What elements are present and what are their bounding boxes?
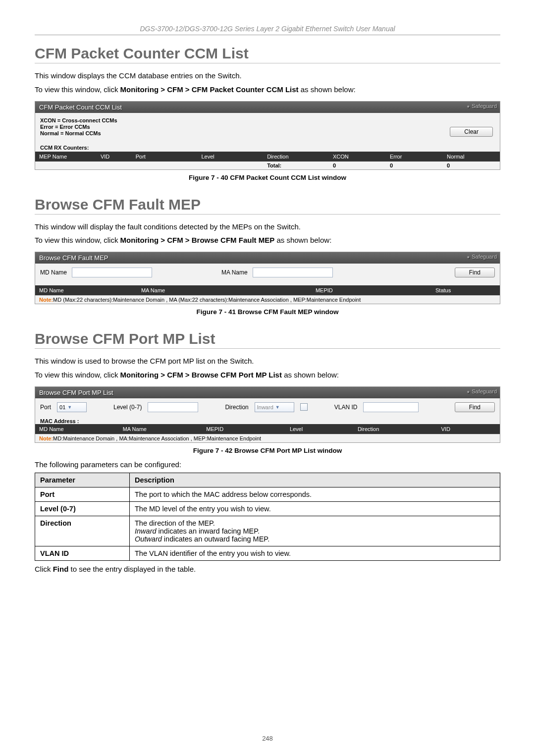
page-number: 248 (0, 735, 535, 742)
s2-intro2-bold: Monitoring > CFM > Browse CFM Fault MEP (120, 236, 275, 244)
panel-title-text: CFM Packet Count CCM List (39, 104, 122, 111)
chevron-down-icon: ▼ (275, 405, 280, 410)
panel-title-fault: Browse CFM Fault MEP Safeguard (35, 252, 500, 264)
col-level-3: Level (286, 425, 354, 433)
col-direction-3: Direction (354, 425, 437, 433)
direction-label: Direction (225, 404, 248, 411)
total-error: 0 (386, 162, 443, 169)
heading-port-mp: Browse CFM Port MP List (35, 330, 500, 349)
direction-checkbox[interactable] (300, 403, 308, 411)
table-row: Direction The direction of the MEP.Inwar… (35, 516, 500, 546)
fault-filter-row: MD Name MA Name Find (35, 264, 500, 281)
panel-port-mp: Browse CFM Port MP List Safeguard Port 0… (35, 386, 500, 443)
direction-value: Inward (257, 404, 273, 410)
closing-suffix: to see the entry displayed in the table. (68, 565, 196, 573)
port-select[interactable]: 01 ▼ (57, 402, 87, 412)
closing-prefix: Click (35, 565, 53, 573)
note-text-2: MD (Max:22 characters):Maintenance Domai… (53, 297, 361, 303)
panel-title-ccm: CFM Packet Count CCM List Safeguard (35, 102, 500, 113)
desc-vlan: The VLAN identifier of the entry you wis… (130, 546, 500, 561)
vlan-input[interactable] (363, 402, 419, 412)
direction-select[interactable]: Inward ▼ (255, 402, 294, 412)
parameter-table: Parameter Description Port The port to w… (35, 473, 500, 561)
portmp-filter-row: Port 01 ▼ Level (0-7) Direction Inward ▼… (35, 398, 500, 416)
s2-intro2-prefix: To view this window, click (35, 236, 120, 244)
closing-text: Click Find to see the entry displayed in… (35, 564, 500, 575)
params-intro: The following parameters can be configur… (35, 459, 500, 470)
panel-title-text-2: Browse CFM Fault MEP (39, 254, 108, 262)
port-label: Port (40, 404, 51, 411)
total-label: Total: (263, 162, 329, 169)
panel-title-portmp: Browse CFM Port MP List Safeguard (35, 387, 500, 398)
md-name-input[interactable] (72, 268, 152, 277)
ccm-table-header: MEP Name VID Port Level Direction XCON E… (35, 152, 500, 162)
col-md: MD Name (35, 286, 137, 294)
s1-intro2: To view this window, click Monitoring > … (35, 84, 500, 95)
heading-fault-mep: Browse CFM Fault MEP (35, 196, 500, 215)
col-direction: Direction (263, 153, 329, 161)
col-mepname: MEP Name (35, 153, 97, 161)
fig-caption-2: Figure 7 - 41 Browse CFM Fault MEP windo… (35, 308, 500, 316)
th-description: Description (130, 473, 500, 487)
note-prefix-2: Note: (39, 297, 53, 303)
s2-intro1: This window will display the fault condi… (35, 221, 500, 232)
total-xcon: 0 (329, 162, 386, 169)
note-prefix-3: Note: (39, 435, 53, 441)
s3-intro2-bold: Monitoring > CFM > Browse CFM Port MP Li… (120, 371, 282, 379)
fig-caption-1: Figure 7 - 40 CFM Packet Count CCM List … (35, 174, 500, 181)
col-port: Port (132, 153, 198, 161)
fig-caption-3: Figure 7 - 42 Browse CFM Port MP List wi… (35, 447, 500, 454)
ma-name-input[interactable] (253, 268, 333, 277)
param-vlan: VLAN ID (35, 546, 130, 561)
col-xcon: XCON (329, 153, 386, 161)
col-ma: MA Name (137, 286, 262, 294)
ccm-rx-label: CCM RX Counters: (35, 141, 500, 152)
chevron-down-icon: ▼ (67, 405, 72, 410)
s2-intro2-suffix: as shown below: (274, 236, 331, 244)
safeguard-badge-2: Safeguard (467, 254, 497, 260)
fault-note: Note:MD (Max:22 characters):Maintenance … (35, 295, 500, 304)
s1-intro2-suffix: as shown below: (299, 85, 356, 94)
find-button-fault[interactable]: Find (455, 268, 495, 277)
desc-level: The MD level of the entry you wish to vi… (130, 502, 500, 516)
table-row: Level (0-7) The MD level of the entry yo… (35, 502, 500, 516)
col-vid-3: VID (437, 425, 500, 433)
ma-name-label: MA Name (221, 269, 248, 276)
param-port: Port (35, 487, 130, 502)
mac-address-label: MAC Address : (35, 416, 500, 424)
s2-intro2: To view this window, click Monitoring > … (35, 235, 500, 246)
closing-bold: Find (53, 565, 69, 573)
clear-button[interactable]: Clear (450, 127, 493, 137)
col-mepid-3: MEPID (202, 425, 286, 433)
th-parameter: Parameter (35, 473, 130, 487)
col-normal: Normal (443, 153, 500, 161)
table-row: VLAN ID The VLAN identifier of the entry… (35, 546, 500, 561)
fault-table-header: MD Name MA Name MEPID Status (35, 285, 500, 295)
param-level: Level (0-7) (35, 502, 130, 516)
portmp-table-header: MD Name MA Name MEPID Level Direction VI… (35, 424, 500, 434)
s1-intro2-bold: Monitoring > CFM > CFM Packet Counter CC… (120, 85, 299, 94)
col-mepid: MEPID (262, 286, 387, 294)
legend-error: Error = Error CCMs (40, 124, 438, 130)
note-text-3: MD:Maintenance Domain , MA:Maintenance A… (53, 435, 261, 441)
col-vid: VID (97, 153, 132, 161)
safeguard-badge: Safeguard (467, 103, 497, 109)
legend-xcon: XCON = Cross-connect CCMs (40, 117, 438, 123)
s1-intro2-prefix: To view this window, click (35, 85, 120, 94)
s3-intro2: To view this window, click Monitoring > … (35, 370, 500, 380)
s3-intro2-suffix: as shown below: (282, 371, 339, 379)
heading-ccm-list: CFM Packet Counter CCM List (35, 45, 500, 63)
s1-intro1: This window displays the CCM database en… (35, 70, 500, 81)
ccm-legend: XCON = Cross-connect CCMs Error = Error … (35, 113, 443, 141)
s3-intro1: This window is used to browse the CFM po… (35, 356, 500, 367)
desc-port: The port to which the MAC address below … (130, 487, 500, 502)
panel-ccm-list: CFM Packet Count CCM List Safeguard XCON… (35, 101, 500, 170)
panel-fault-mep: Browse CFM Fault MEP Safeguard MD Name M… (35, 252, 500, 304)
ccm-total-row: Total: 0 0 0 (35, 162, 500, 169)
find-button-portmp[interactable]: Find (455, 402, 495, 412)
col-md-3: MD Name (35, 425, 119, 433)
legend-normal: Normal = Normal CCMs (40, 130, 438, 136)
param-direction: Direction (35, 516, 130, 546)
level-input[interactable] (148, 402, 198, 412)
table-row: Port The port to which the MAC address b… (35, 487, 500, 502)
